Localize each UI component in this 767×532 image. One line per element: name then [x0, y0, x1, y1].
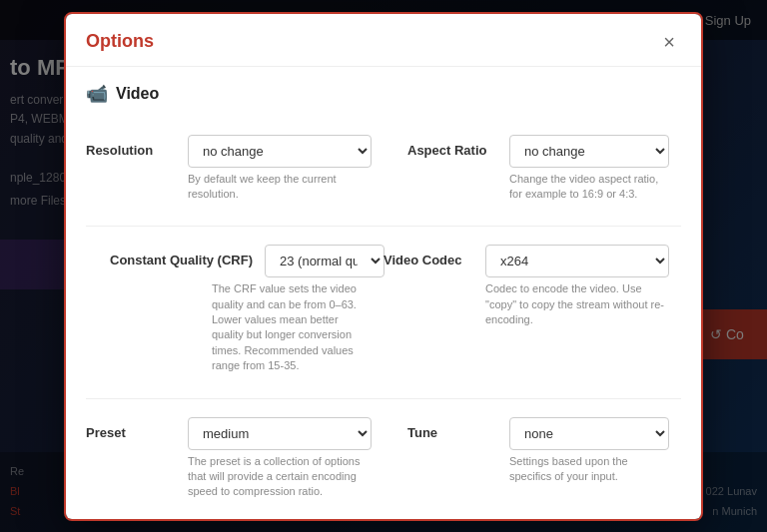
tune-row: Tune none film animation grain stillimag…	[407, 417, 669, 450]
resolution-cell: Resolution no change 320x240 640x480 128…	[86, 125, 384, 219]
crf-row: Constant Quality (CRF) 23 (normal qualit…	[110, 245, 372, 277]
aspect-ratio-row: Aspect Ratio no change 16:9 4:3 1:1 21:9	[407, 135, 669, 168]
video-codec-select[interactable]: x264 x265 vp8 vp9 copy	[485, 245, 669, 277]
preset-row: Preset medium ultrafast superfast veryfa…	[86, 417, 372, 450]
crf-help: The CRF value sets the video quality and…	[110, 281, 372, 373]
aspect-ratio-select[interactable]: no change 16:9 4:3 1:1 21:9	[509, 135, 669, 168]
video-codec-cell: Video Codec x264 x265 vp8 vp9 copy Codec…	[384, 235, 681, 389]
modal-header: Options ×	[66, 14, 701, 67]
preset-select[interactable]: medium ultrafast superfast veryfast fast…	[188, 417, 372, 450]
video-section-header: 📹 Video	[86, 83, 681, 105]
modal-body: 📹 Video Resolution no change 320x240 640…	[66, 67, 701, 521]
video-icon: 📹	[86, 83, 108, 105]
tune-label: Tune	[407, 417, 497, 442]
tune-select[interactable]: none film animation grain stillimage fas…	[509, 417, 669, 450]
crf-cell: Constant Quality (CRF) 23 (normal qualit…	[86, 235, 384, 389]
divider-1	[86, 226, 681, 227]
video-section-title: Video	[116, 85, 159, 103]
resolution-label: Resolution	[86, 135, 176, 160]
aspect-ratio-cell: Aspect Ratio no change 16:9 4:3 1:1 21:9…	[384, 125, 681, 219]
resolution-row: Resolution no change 320x240 640x480 128…	[86, 135, 372, 168]
tune-help: Settings based upon the specifics of you…	[407, 454, 669, 485]
preset-label: Preset	[86, 417, 176, 442]
aspect-ratio-help: Change the video aspect ratio, for examp…	[407, 172, 669, 203]
crf-label: Constant Quality (CRF)	[110, 245, 253, 269]
resolution-select[interactable]: no change 320x240 640x480 1280x720 1920x…	[188, 135, 372, 168]
modal-backdrop: Options × 📹 Video Resolution no change 3…	[0, 0, 767, 532]
aspect-ratio-label: Aspect Ratio	[407, 135, 497, 160]
resolution-help: By default we keep the current resolutio…	[86, 172, 372, 203]
tune-cell: Tune none film animation grain stillimag…	[384, 407, 681, 516]
form-grid: Resolution no change 320x240 640x480 128…	[86, 125, 681, 521]
preset-cell: Preset medium ultrafast superfast veryfa…	[86, 407, 384, 516]
options-modal: Options × 📹 Video Resolution no change 3…	[64, 12, 703, 521]
preset-help: The preset is a collection of options th…	[86, 454, 372, 500]
modal-close-button[interactable]: ×	[657, 30, 681, 54]
video-codec-row: Video Codec x264 x265 vp8 vp9 copy	[384, 245, 669, 277]
video-codec-help: Codec to encode the video. Use "copy" to…	[384, 281, 669, 327]
crf-select[interactable]: 23 (normal quality) 0 (lossless) 18 (hig…	[265, 245, 384, 277]
video-codec-label: Video Codec	[384, 245, 473, 269]
modal-title: Options	[86, 31, 154, 52]
divider-2	[86, 398, 681, 399]
